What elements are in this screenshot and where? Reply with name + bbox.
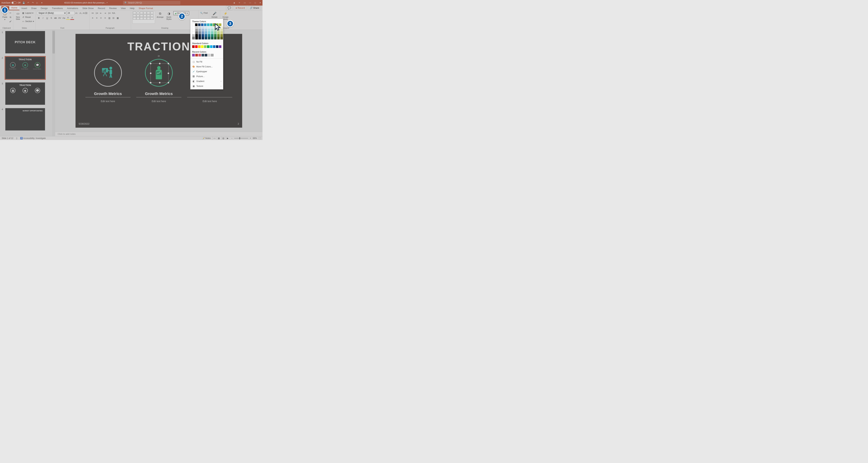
tab-design[interactable]: Design: [39, 6, 50, 10]
scroll-thumb[interactable]: [53, 31, 55, 54]
share-button[interactable]: 🔗 Share: [248, 6, 261, 10]
tab-home[interactable]: Home: [9, 6, 20, 10]
color-swatch[interactable]: [210, 24, 213, 26]
color-swatch[interactable]: [204, 45, 207, 48]
tab-slideshow[interactable]: Slide Show: [80, 6, 96, 10]
record-button[interactable]: ● Record: [234, 6, 247, 10]
color-swatch[interactable]: [201, 24, 204, 26]
reading-view-icon[interactable]: ▤: [221, 137, 225, 140]
start-from-beginning-icon[interactable]: ▷: [36, 1, 39, 4]
color-swatch[interactable]: [205, 26, 207, 29]
window-controls-icon[interactable]: ▭: [244, 2, 246, 4]
color-swatch[interactable]: [205, 29, 207, 32]
redo-icon[interactable]: ↷: [31, 1, 34, 4]
slide-number[interactable]: 2: [238, 122, 239, 125]
tab-draw[interactable]: Draw: [29, 6, 38, 10]
circle-2[interactable]: ⟳: [145, 59, 173, 87]
color-swatch[interactable]: [217, 32, 220, 34]
document-title[interactable]: 40102-03-investors-pitch-deck-flat-power…: [64, 2, 107, 4]
arrange-button[interactable]: ⧉Arrange: [156, 11, 164, 19]
increase-font-icon[interactable]: A↑: [75, 11, 79, 15]
justify-button[interactable]: ≡: [103, 16, 107, 20]
eyedropper-item[interactable]: 💉Eyedropper: [190, 69, 223, 74]
shadow-button[interactable]: ab: [54, 16, 58, 20]
bullets-button[interactable]: •≡: [91, 11, 95, 15]
column-2-title[interactable]: Growth Metrics: [136, 92, 181, 97]
color-swatch[interactable]: [205, 54, 207, 56]
no-fill-item[interactable]: ▢No Fill: [190, 59, 223, 64]
tab-animations[interactable]: Animations: [65, 6, 80, 10]
slide-counter[interactable]: Slide 1 of 12: [2, 137, 13, 140]
color-swatch[interactable]: [211, 32, 214, 34]
color-swatch[interactable]: [198, 32, 201, 34]
color-swatch[interactable]: [195, 54, 198, 56]
autosave-toggle[interactable]: AutoSave Off: [1, 2, 21, 4]
color-swatch[interactable]: [217, 37, 220, 39]
find-button[interactable]: 🔍Find: [200, 11, 208, 15]
align-center-button[interactable]: ≡: [95, 16, 99, 20]
fit-to-window-icon[interactable]: ⛶: [259, 137, 261, 140]
save-icon[interactable]: 💾: [22, 1, 25, 4]
color-swatch[interactable]: [208, 29, 210, 32]
color-swatch[interactable]: [207, 24, 209, 26]
section-button[interactable]: ▭Section▾: [22, 20, 34, 23]
color-swatch[interactable]: [205, 32, 207, 34]
cut-button[interactable]: ✂: [9, 11, 12, 15]
numbering-button[interactable]: 1≡: [95, 11, 99, 15]
zoom-in-button[interactable]: +: [250, 137, 251, 140]
color-swatch[interactable]: [214, 34, 217, 37]
strike-button[interactable]: S: [50, 16, 53, 20]
gradient-item[interactable]: ◧Gradient›: [190, 79, 223, 84]
color-swatch[interactable]: [208, 32, 210, 34]
color-swatch[interactable]: [205, 34, 207, 37]
accessibility-status[interactable]: ♿ Accessibility: Investigate: [20, 137, 46, 140]
maximize-icon[interactable]: □: [255, 2, 256, 4]
tab-transitions[interactable]: Transitions: [50, 6, 65, 10]
tab-record[interactable]: Record: [96, 6, 107, 10]
new-slide-button[interactable]: ▭New Slide: [15, 11, 21, 21]
diamond-icon[interactable]: ◈: [234, 2, 235, 4]
zoom-level[interactable]: 68%: [253, 137, 257, 140]
sorter-view-icon[interactable]: ▦: [217, 137, 221, 140]
color-swatch[interactable]: [210, 45, 213, 48]
smartart-button[interactable]: ▦: [116, 16, 120, 20]
line-spacing-button[interactable]: ‡≡: [107, 11, 111, 15]
color-swatch[interactable]: [195, 45, 197, 48]
minimize-icon[interactable]: —: [249, 2, 251, 4]
layout-button[interactable]: ▦Layout▾: [22, 11, 34, 15]
coming-soon-icon[interactable]: ✧: [239, 2, 240, 4]
tab-insert[interactable]: Insert: [20, 6, 29, 10]
color-swatch[interactable]: [204, 24, 207, 26]
circle-1[interactable]: [94, 59, 122, 87]
color-swatch[interactable]: [192, 24, 195, 26]
color-swatch[interactable]: [192, 54, 195, 56]
italic-button[interactable]: I: [41, 16, 45, 20]
color-swatch[interactable]: [211, 34, 214, 37]
tab-view[interactable]: View: [119, 6, 128, 10]
language-icon[interactable]: ▯: [16, 137, 18, 140]
color-swatch[interactable]: [207, 45, 209, 48]
shapes-gallery[interactable]: [132, 11, 155, 24]
zoom-slider[interactable]: [234, 138, 248, 138]
slideshow-view-icon[interactable]: ▶: [226, 137, 229, 140]
align-right-button[interactable]: ≡: [99, 16, 103, 20]
clear-format-icon[interactable]: A⌫: [83, 11, 87, 15]
align-left-button[interactable]: ≡: [91, 16, 95, 20]
color-swatch[interactable]: [211, 29, 214, 32]
color-swatch[interactable]: [211, 37, 214, 39]
align-text-button[interactable]: ⊟: [112, 16, 116, 20]
color-swatch[interactable]: [195, 26, 198, 29]
color-swatch[interactable]: [208, 34, 210, 37]
color-swatch[interactable]: [198, 29, 201, 32]
color-swatch[interactable]: [201, 45, 204, 48]
decrease-font-icon[interactable]: A↓: [79, 11, 83, 15]
reset-button[interactable]: ↺Reset: [22, 15, 34, 19]
color-swatch[interactable]: [202, 26, 204, 29]
color-swatch[interactable]: [211, 54, 214, 56]
color-swatch[interactable]: [195, 24, 197, 26]
notes-toggle[interactable]: 📝 Notes: [202, 137, 211, 140]
bold-button[interactable]: B: [37, 16, 41, 20]
color-swatch[interactable]: [220, 32, 223, 34]
column-1-text[interactable]: Edit text here: [85, 100, 130, 103]
underline-button[interactable]: U: [45, 16, 49, 20]
